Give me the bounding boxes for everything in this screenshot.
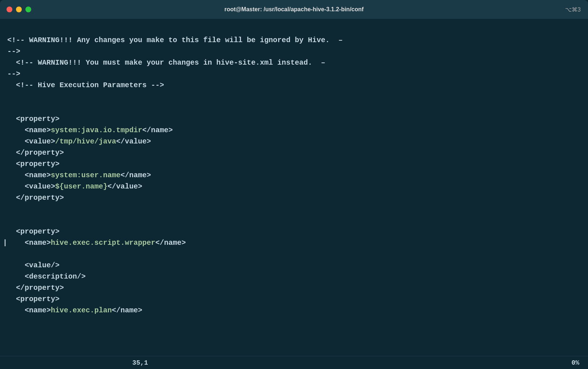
code-display: <!-- WARNING!!! Any changes you make to … [7, 23, 581, 327]
title-bar: root@Master: /usr/local/apache-hive-3.1.… [0, 0, 588, 19]
blank-line-1 [7, 104, 12, 112]
status-bar: 35,1 0% [0, 356, 588, 369]
status-spacer [148, 359, 572, 366]
close-button[interactable] [7, 7, 12, 12]
cursor-line: | <name>hive.exec.script.wrapper</name> [7, 237, 581, 248]
minimize-button[interactable] [16, 7, 22, 12]
description-self-close: <description/> [7, 272, 86, 281]
traffic-lights [7, 7, 31, 12]
property-open-4: <property> [7, 295, 60, 303]
comment-line-2: <!-- WARNING!!! You must make your chang… [7, 58, 325, 67]
property-close-2: </property> [7, 194, 64, 202]
comment-line-1b: --> [7, 47, 20, 56]
name-line-2: <name>system:user.name</name> [7, 171, 151, 179]
property-open-3: <property> [7, 227, 60, 236]
value-self-close: <value/> [7, 261, 60, 269]
property-close-1: </property> [7, 149, 64, 157]
value-line-2: <value>${user.name}</value> [7, 182, 142, 191]
comment-line-3: <!-- Hive Execution Parameters --> [7, 81, 164, 89]
name-line-4: <name>hive.exec.plan</name> [7, 306, 142, 315]
name-line-1: <name>system:java.io.tmpdir</name> [7, 126, 173, 134]
maximize-button[interactable] [25, 7, 31, 12]
value-line-1: <value>/tmp/hive/java</value> [7, 137, 151, 146]
scroll-percentage: 0% [571, 359, 579, 366]
comment-line-2b: --> [7, 70, 20, 78]
comment-line-1: <!-- WARNING!!! Any changes you make to … [7, 36, 343, 44]
terminal-content[interactable]: <!-- WARNING!!! Any changes you make to … [0, 19, 588, 356]
keyboard-shortcut: ⌥⌘3 [565, 6, 581, 13]
property-close-3: </property> [7, 284, 64, 292]
terminal-window: root@Master: /usr/local/apache-hive-3.1.… [0, 0, 588, 369]
window-title: root@Master: /usr/local/apache-hive-3.1.… [224, 6, 364, 13]
property-open-1: <property> [7, 115, 60, 123]
blank-line-2 [7, 216, 12, 224]
property-open-2: <property> [7, 160, 60, 168]
cursor-position: 35,1 [132, 359, 148, 366]
